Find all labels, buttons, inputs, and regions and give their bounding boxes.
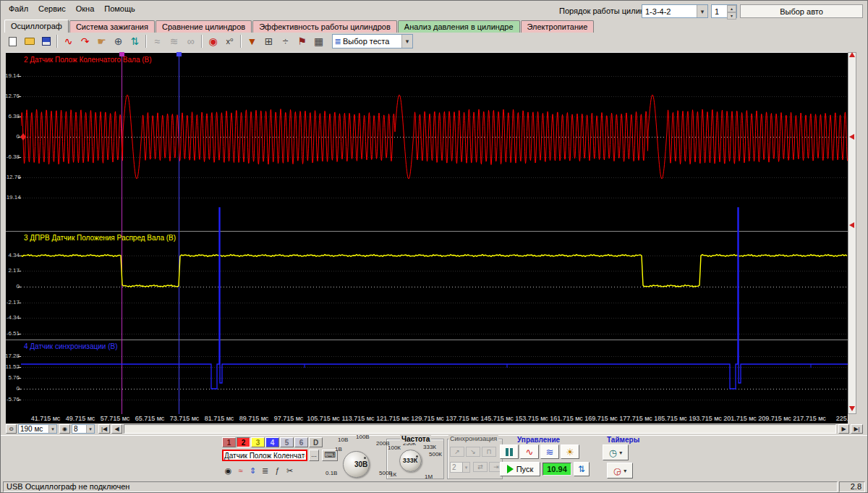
channel-button-5[interactable]: 5 — [280, 437, 294, 447]
record-button[interactable]: ◉ — [205, 33, 221, 49]
channel-button-2[interactable]: 2 — [237, 437, 250, 447]
vertical-marker-strip[interactable] — [848, 52, 856, 414]
y-axis-label: -4.34 — [4, 314, 20, 321]
overlay-waves-button[interactable]: ≋ — [166, 33, 182, 49]
oscilloscope-display[interactable] — [6, 52, 848, 414]
chevron-down-icon[interactable]: ▾ — [86, 425, 94, 433]
grid-button[interactable]: ⊞ — [260, 33, 277, 49]
menu-item[interactable]: Сервис — [33, 2, 71, 15]
sync-group — [447, 439, 503, 479]
depth-select[interactable]: 8 ▾ — [72, 424, 95, 434]
single-wave-button[interactable]: ∿ — [520, 444, 539, 459]
cut-button[interactable]: ✂ — [284, 465, 296, 476]
hide-wave-icon: ≈ — [155, 36, 161, 46]
autoscale-button[interactable]: ⇅ — [127, 33, 143, 49]
eye-button[interactable]: ◉ — [222, 465, 234, 476]
open-button[interactable] — [21, 33, 38, 49]
view-waves-button[interactable]: ∞ — [182, 33, 199, 49]
waves-button[interactable]: ≈ — [234, 465, 247, 476]
tab-4[interactable]: Эффективность работы цилиндров — [252, 20, 397, 33]
spin-down-icon[interactable]: ▾ — [727, 12, 736, 20]
cylinder-number-spinner[interactable]: 1 ▴ ▾ — [711, 4, 737, 18]
menu-bar: ФайлСервисОкнаПомощь — [4, 2, 140, 15]
chevron-down-icon[interactable]: ▾ — [401, 35, 412, 48]
new-button[interactable] — [4, 33, 21, 49]
go-next-button[interactable]: ▶ — [838, 424, 849, 434]
depth-value: 8 — [72, 425, 86, 433]
car-select[interactable]: Выбор авто — [740, 4, 863, 18]
horizontal-scroll-row: ⊖ 190 мс ▾ ◉ 8 ▾ |◀ ◀ ▶ ▶| — [6, 424, 864, 434]
measure-button[interactable]: ↷ — [77, 33, 93, 49]
channel-button-4[interactable]: 4 — [265, 437, 279, 447]
menu-item[interactable]: Окна — [71, 2, 100, 15]
tab-1[interactable]: Осциллограф — [4, 20, 69, 33]
go-last-button[interactable]: ▶| — [851, 424, 863, 434]
filter-button[interactable]: ▼ — [244, 33, 260, 49]
tab-2[interactable]: Система зажигания — [69, 20, 155, 33]
panel-title-3: 4 Датчик синхронизации (В) — [24, 342, 117, 350]
channel-name-input[interactable] — [222, 450, 307, 461]
zoom-button[interactable]: ⊕ — [110, 33, 127, 49]
flag-button[interactable]: ⚑ — [294, 33, 310, 49]
timer-1-button[interactable]: ◷▾ — [603, 444, 629, 460]
chevron-down-icon[interactable]: ▾ — [48, 425, 56, 433]
divide-button[interactable]: ÷ — [277, 33, 294, 49]
zoom-out-button[interactable]: ⊖ — [6, 424, 17, 434]
voltage-scale-label: 1В — [335, 446, 342, 452]
trigger-rise-button[interactable]: ↗ — [450, 447, 464, 457]
function-button[interactable]: ƒ — [271, 465, 284, 476]
report-button[interactable]: ▦ — [310, 33, 327, 49]
multi-wave-icon: ≋ — [546, 447, 554, 458]
pause-button[interactable] — [500, 444, 519, 459]
channel-button-6[interactable]: 6 — [294, 437, 308, 447]
trigger-pulse-button[interactable]: ⊓ — [482, 447, 496, 457]
toolbar-separator — [201, 35, 203, 48]
invert-icon: ⇕ — [250, 466, 256, 476]
new-icon — [9, 37, 17, 46]
timer-2-button[interactable]: ◶▾ — [607, 463, 633, 479]
chevron-down-icon[interactable]: ▾ — [462, 463, 469, 472]
spin-up-icon[interactable]: ▴ — [727, 5, 736, 12]
lamp-button[interactable]: ☀ — [561, 444, 579, 459]
channel-button-3[interactable]: 3 — [251, 437, 265, 447]
start-button[interactable]: Пуск — [500, 462, 540, 476]
multi-wave-button[interactable]: ≋ — [540, 444, 559, 459]
zero-offset-button[interactable]: x⁰ — [221, 33, 238, 49]
go-prev-button[interactable]: ◀ — [111, 424, 122, 434]
channel-button-1[interactable]: 1 — [222, 437, 236, 447]
invert-button[interactable]: ⇕ — [247, 465, 259, 476]
toolbar-separator — [145, 35, 147, 48]
save-button[interactable] — [38, 33, 54, 49]
auto-range-button[interactable]: ⇅ — [574, 462, 590, 476]
trigger-link-button[interactable]: ⇄ — [473, 462, 488, 472]
go-first-button[interactable]: |◀ — [98, 424, 110, 434]
time-scale-value: 190 мс — [19, 425, 48, 433]
toolbar-separator — [56, 35, 58, 48]
menu-item[interactable]: Помощь — [99, 2, 140, 15]
menu-item[interactable]: Файл — [4, 2, 33, 15]
frequency-title: Частота — [400, 435, 431, 443]
test-select-value: Выбор теста — [343, 37, 401, 46]
scrollbar-track[interactable] — [124, 424, 836, 434]
sync-channel-select[interactable]: 2 ▾ — [450, 462, 470, 473]
play-icon — [507, 465, 514, 473]
hand-button[interactable]: ☛ — [93, 33, 110, 49]
cylinder-order-select[interactable]: 1-3-4-2 ▾ — [642, 4, 708, 18]
dial-button[interactable]: ◉ — [59, 424, 70, 434]
channel-button-D[interactable]: D — [309, 437, 323, 447]
wave-button[interactable]: ∿ — [60, 33, 77, 49]
test-select[interactable]: ≣ Выбор теста ▾ — [332, 34, 413, 49]
tab-5[interactable]: Анализ давления в цилиндре — [398, 20, 520, 33]
tab-3[interactable]: Сравнение цилиндров — [156, 20, 252, 33]
trigger-fall-button[interactable]: ↘ — [466, 447, 480, 457]
channel-tool-icons: ◉≈⇕≣ƒ✂ — [222, 465, 296, 476]
panel-title-1: 2 Датчик Полож Коленчатого Вала (В) — [24, 56, 152, 64]
voltage-knob-value: 30В — [354, 460, 367, 468]
hide-wave-button[interactable]: ≈ — [149, 33, 166, 49]
waves-icon: ≈ — [238, 466, 242, 475]
tab-6[interactable]: Электропитание — [521, 20, 595, 33]
lines-button[interactable]: ≣ — [259, 465, 271, 476]
channel-name-more-button[interactable]: ... — [309, 450, 319, 461]
time-scale-select[interactable]: 190 мс ▾ — [18, 424, 57, 434]
chevron-down-icon[interactable]: ▾ — [697, 5, 707, 17]
